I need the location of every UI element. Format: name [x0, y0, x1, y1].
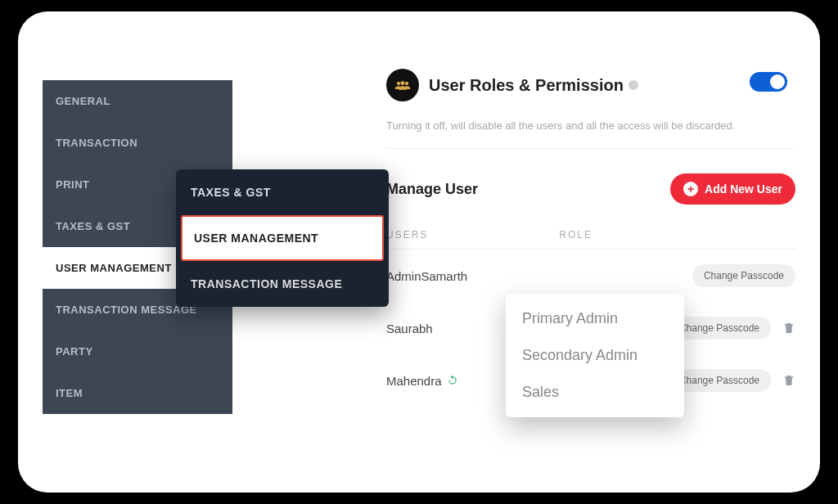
- header-subtext: Turning it off, will disable all the use…: [386, 119, 795, 149]
- trash-icon[interactable]: [782, 373, 795, 388]
- submenu-item-taxes-gst[interactable]: TAXES & GST: [176, 169, 389, 215]
- user-name: AdminSamarth: [386, 269, 550, 283]
- submenu-item-transaction-message[interactable]: TRANSACTION MESSAGE: [176, 261, 389, 307]
- change-passcode-button[interactable]: Change Passcode: [692, 264, 795, 287]
- role-option-sales[interactable]: Sales: [506, 374, 684, 411]
- role-option-primary-admin[interactable]: Primary Admin: [506, 300, 684, 337]
- manage-user-row: Manage User + Add New User: [386, 173, 795, 205]
- role-option-secondary-admin[interactable]: Secondary Admin: [506, 337, 684, 374]
- user-name-text: AdminSamarth: [386, 269, 467, 283]
- trash-icon[interactable]: [782, 321, 795, 335]
- add-new-user-button[interactable]: + Add New User: [670, 173, 795, 205]
- sidebar-item-party[interactable]: PARTY: [43, 331, 232, 372]
- page-title-text: User Roles & Permission: [429, 76, 624, 95]
- sidebar-item-item[interactable]: ITEM: [43, 372, 232, 414]
- sidebar-submenu: TAXES & GST USER MANAGEMENT TRANSACTION …: [176, 169, 389, 307]
- plus-icon: +: [683, 182, 698, 196]
- col-role: ROLE: [559, 229, 592, 241]
- page-title: User Roles & Permission: [429, 76, 638, 95]
- app-card: GENERAL TRANSACTION PRINT TAXES & GST US…: [18, 11, 820, 493]
- feature-toggle[interactable]: [750, 72, 787, 92]
- role-dropdown: Primary Admin Secondary Admin Sales: [506, 294, 684, 417]
- user-name-text: Mahendra: [386, 374, 442, 388]
- manage-user-title: Manage User: [386, 181, 478, 198]
- info-icon[interactable]: [628, 80, 638, 90]
- user-name-text: Saurabh: [386, 322, 433, 335]
- submenu-item-user-management[interactable]: USER MANAGEMENT: [181, 215, 384, 261]
- col-users: USERS: [386, 229, 428, 241]
- sync-icon: [447, 375, 458, 386]
- sidebar-item-general[interactable]: GENERAL: [43, 80, 232, 122]
- table-header: USERS ROLE: [386, 229, 795, 250]
- add-new-user-label: Add New User: [705, 182, 782, 196]
- users-icon: [386, 69, 419, 101]
- sidebar-item-transaction[interactable]: TRANSACTION: [43, 122, 232, 164]
- header-row: User Roles & Permission: [386, 69, 795, 101]
